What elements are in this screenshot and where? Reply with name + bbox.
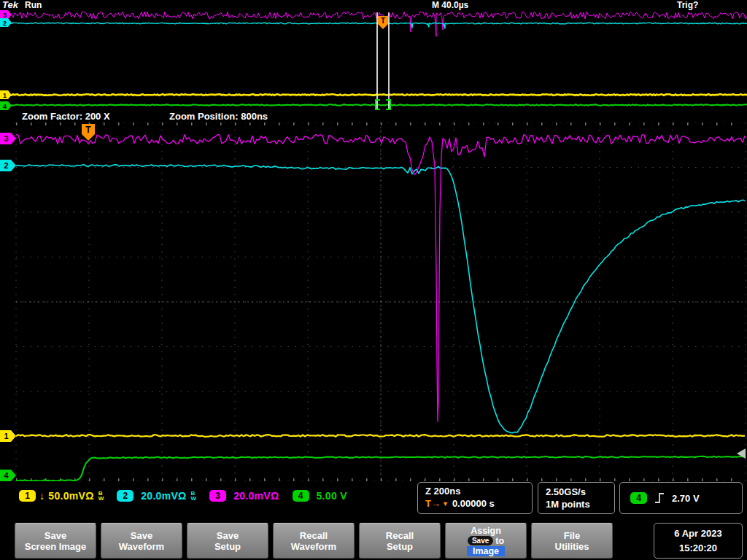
channel-3-readout: 320.0mVΩ — [209, 490, 279, 502]
channel-1-scale-readout: 50.0mVΩ — [48, 490, 93, 502]
channel-3-marker-label: 3 — [4, 134, 8, 143]
save-key-badge: Save — [468, 536, 493, 545]
menu-button-label: Setup — [214, 541, 241, 552]
menu-button-save-setup[interactable]: SaveSetup — [187, 523, 268, 559]
menu-button-save-screen-image[interactable]: SaveScreen Image — [15, 523, 96, 559]
zoom-position-readout: Zoom Position: 800ns — [169, 110, 268, 122]
channel-3-scale-readout: 20.0mVΩ — [233, 490, 279, 502]
channel-2-readout: 220.0mVΩBW — [117, 490, 196, 502]
ch4-zoom-trace — [16, 456, 745, 481]
channel-2-bandwidth-limit-icon: BW — [191, 491, 197, 501]
menu-button-label: Save — [44, 530, 66, 541]
channel-2-scale-readout: 20.0mVΩ — [141, 490, 186, 502]
acquisition-status: Run — [25, 0, 42, 10]
channel-4-readout: 45.00 V — [293, 490, 347, 502]
menu-button-label: Recall — [300, 530, 328, 541]
menu-button-label: Save — [217, 530, 239, 541]
oscilloscope-screen: Tek Run M 40.0µs Trig? T3214 Zoom Factor… — [0, 0, 747, 560]
record-length-readout: 1M points — [546, 498, 607, 510]
channel-1-readout: 1↓50.0mVΩBW — [19, 490, 104, 502]
channel-2-marker-label: 2 — [4, 161, 8, 170]
zoom-info-bar: Zoom Factor: 200 X Zoom Position: 800ns — [0, 110, 747, 122]
sample-rate-readout: 2.50GS/s — [546, 486, 607, 498]
ch4-overview-trace — [0, 104, 747, 105]
time-readout: 15:20:20 — [662, 541, 735, 556]
channel-1-marker-label: 1 — [3, 92, 7, 99]
assign-label: Assign — [471, 526, 501, 536]
menu-button-file-utilities[interactable]: FileUtilities — [531, 523, 613, 559]
menu-button-label: Screen Image — [25, 541, 87, 552]
trigger-down-arrow-icon: ▼ — [442, 500, 449, 508]
menu-button-save-waveform[interactable]: SaveWaveform — [101, 523, 182, 559]
menu-button-label: Recall — [386, 530, 414, 541]
channel-2-marker-label: 2 — [3, 20, 7, 27]
ch2-zoom-trace — [16, 165, 745, 433]
menu-button-recall-setup[interactable]: RecallSetup — [359, 523, 441, 559]
channel-4-scale-readout: 5.00 V — [317, 490, 347, 502]
zoom-waveform-display: 3214T — [0, 122, 747, 481]
menu-button-assign-save-to-image[interactable]: AssignSavetoImage — [445, 523, 527, 559]
channel-2-badge[interactable]: 2 — [117, 490, 133, 502]
ch3-overview-trace — [0, 12, 747, 36]
menu-button-label: Save — [131, 530, 152, 541]
menu-buttons: SaveScreen ImageSaveWaveformSaveSetupRec… — [15, 523, 613, 559]
main-timebase-readout: M 40.0µs — [432, 0, 468, 10]
trigger-position-flag-label: T — [381, 17, 385, 25]
assign-target-image: Image — [467, 546, 505, 556]
status-bar: 1↓50.0mVΩBW220.0mVΩBW320.0mVΩ45.00 V Z 2… — [0, 481, 747, 521]
delay-value: 0.00000 s — [452, 498, 495, 509]
date-readout: 6 Apr 2023 — [662, 526, 735, 541]
channel-3-marker-label: 3 — [3, 12, 7, 19]
trigger-info-box: 4 2.70 V — [619, 482, 743, 514]
tek-logo: Tek — [2, 0, 18, 10]
channel-4-marker-label: 4 — [3, 103, 7, 110]
channel-1-badge[interactable]: 1 — [19, 490, 36, 502]
zoom-factor-readout: Zoom Factor: 200 X — [22, 110, 110, 122]
ch1-zoom-trace — [16, 435, 745, 437]
overview-waveform-strip: T3214 — [0, 10, 747, 111]
channel-1-offset-arrow: ↓ — [39, 490, 44, 502]
menu-button-label: Setup — [387, 541, 413, 552]
assign-to-label: to — [495, 536, 504, 546]
ch1-overview-trace — [0, 94, 747, 96]
assign-middle-line: Saveto — [468, 536, 504, 546]
menu-button-label: Utilities — [555, 541, 589, 552]
acquisition-info-box: 2.50GS/s 1M points — [538, 482, 615, 514]
channel-4-badge[interactable]: 4 — [293, 490, 309, 502]
channel-1-marker-label: 1 — [4, 432, 8, 440]
channel-readouts: 1↓50.0mVΩBW220.0mVΩBW320.0mVΩ45.00 V — [19, 490, 347, 502]
zoom-scale-readout: Z 200ns — [425, 486, 525, 497]
menu-button-recall-waveform[interactable]: RecallWaveform — [273, 523, 355, 559]
channel-4-marker-label: 4 — [4, 471, 9, 480]
ch2-overview-trace — [0, 23, 747, 28]
menu-button-label: File — [564, 530, 580, 541]
datetime-panel: 6 Apr 2023 15:20:20 — [654, 523, 743, 559]
channel-3-badge[interactable]: 3 — [209, 490, 226, 502]
trigger-level-readout: 2.70 V — [672, 493, 700, 504]
ch3-zoom-trace — [16, 135, 745, 422]
delay-readout: T→▼0.00000 s — [425, 498, 525, 509]
zoom-timebase-box: Z 200ns T→▼0.00000 s — [417, 482, 533, 514]
menu-button-label: Waveform — [291, 541, 336, 552]
bottom-menu-bar: SaveScreen ImageSaveWaveformSaveSetupRec… — [0, 521, 747, 560]
menu-button-label: Waveform — [119, 541, 164, 552]
trigger-source-badge: 4 — [630, 492, 647, 504]
top-bar: Tek Run M 40.0µs Trig? — [0, 0, 747, 10]
trigger-t-icon: T→ — [425, 498, 441, 509]
trigger-position-marker-label: T — [85, 125, 91, 135]
trigger-status-readout: Trig? — [677, 0, 698, 10]
rising-edge-icon — [654, 492, 665, 504]
channel-1-bandwidth-limit-icon: BW — [98, 491, 104, 501]
